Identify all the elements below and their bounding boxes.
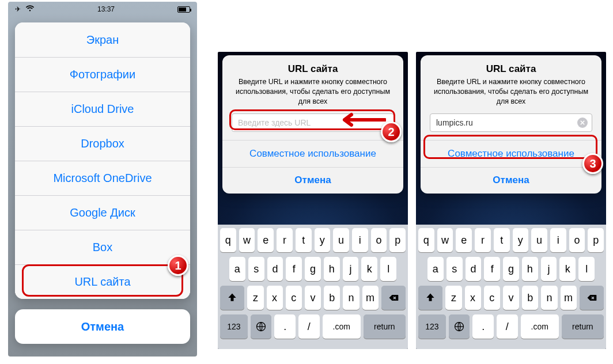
key-y[interactable]: y bbox=[315, 228, 331, 252]
key-v[interactable]: v bbox=[305, 286, 321, 310]
clear-input-icon[interactable] bbox=[577, 117, 588, 128]
key-e[interactable]: e bbox=[258, 228, 274, 252]
key-a[interactable]: a bbox=[229, 257, 245, 281]
key-k[interactable]: k bbox=[361, 257, 377, 281]
key-x[interactable]: x bbox=[267, 286, 283, 310]
key-p[interactable]: p bbox=[389, 228, 406, 252]
key-z[interactable]: z bbox=[247, 286, 263, 310]
url-input[interactable] bbox=[232, 113, 394, 132]
key-u[interactable]: u bbox=[531, 228, 547, 252]
keyboard-row-2: a s d f g h j k l bbox=[220, 257, 406, 281]
key-d[interactable]: d bbox=[267, 257, 283, 281]
key-backspace[interactable] bbox=[381, 286, 406, 310]
key-n[interactable]: n bbox=[343, 286, 359, 310]
key-j[interactable]: j bbox=[343, 257, 359, 281]
step-badge-2: 2 bbox=[381, 122, 402, 142]
wifi-icon bbox=[25, 5, 35, 14]
sheet-item-googledrive[interactable]: Google Диск bbox=[15, 195, 190, 230]
key-b[interactable]: b bbox=[522, 286, 538, 310]
sheet-item-photos[interactable]: Фотографии bbox=[15, 57, 190, 92]
url-input[interactable] bbox=[430, 113, 592, 132]
label: Экран bbox=[86, 33, 119, 47]
panel-action-sheet: ✈ 13:37 Экран Фотографии iCloud Drive Dr… bbox=[8, 2, 197, 357]
key-t[interactable]: t bbox=[494, 228, 510, 252]
key-l[interactable]: l bbox=[380, 257, 396, 281]
key-c[interactable]: c bbox=[286, 286, 302, 310]
key-w[interactable]: w bbox=[437, 228, 453, 252]
key-com[interactable]: .com bbox=[323, 314, 361, 339]
keyboard: q w e r t y u i o p a s d f g h j k l bbox=[218, 225, 408, 349]
key-r[interactable]: r bbox=[277, 228, 293, 252]
key-backspace[interactable] bbox=[580, 286, 604, 310]
key-z[interactable]: z bbox=[445, 286, 461, 310]
sheet-item-icloud[interactable]: iCloud Drive bbox=[15, 92, 190, 126]
key-dot[interactable]: . bbox=[274, 314, 296, 339]
sheet-item-dropbox[interactable]: Dropbox bbox=[15, 126, 190, 161]
key-j[interactable]: j bbox=[541, 257, 557, 281]
key-d[interactable]: d bbox=[466, 257, 482, 281]
label: Google Диск bbox=[70, 206, 135, 219]
key-dot[interactable]: . bbox=[472, 314, 494, 339]
alert-cancel-button[interactable]: Отмена bbox=[222, 167, 403, 194]
alert-cancel-button[interactable]: Отмена bbox=[421, 167, 601, 194]
key-t[interactable]: t bbox=[296, 228, 312, 252]
key-slash[interactable]: / bbox=[298, 314, 320, 339]
key-b[interactable]: b bbox=[324, 286, 340, 310]
key-h[interactable]: h bbox=[324, 257, 340, 281]
key-q[interactable]: q bbox=[418, 228, 434, 252]
key-c[interactable]: c bbox=[484, 286, 500, 310]
key-n[interactable]: n bbox=[541, 286, 557, 310]
key-y[interactable]: y bbox=[513, 228, 529, 252]
key-123[interactable]: 123 bbox=[418, 314, 446, 339]
panel-url-dialog-empty: URL сайта Введите URL и нажмите кнопку с… bbox=[218, 52, 408, 349]
action-sheet: Экран Фотографии iCloud Drive Dropbox Mi… bbox=[15, 22, 190, 299]
key-f[interactable]: f bbox=[286, 257, 302, 281]
key-p[interactable]: p bbox=[588, 228, 604, 252]
key-r[interactable]: r bbox=[475, 228, 491, 252]
key-shift[interactable] bbox=[418, 286, 442, 310]
alert-message: Введите URL и нажмите кнопку совместного… bbox=[430, 77, 592, 107]
key-slash[interactable]: / bbox=[497, 314, 518, 339]
key-x[interactable]: x bbox=[465, 286, 481, 310]
step-badge-3: 3 bbox=[582, 153, 603, 174]
key-a[interactable]: a bbox=[427, 257, 444, 281]
cancel-button[interactable]: Отмена bbox=[15, 309, 190, 344]
sheet-item-screen[interactable]: Экран bbox=[15, 22, 190, 57]
alert-message: Введите URL и нажмите кнопку совместного… bbox=[232, 77, 394, 107]
share-button[interactable]: Совместное использование bbox=[421, 141, 601, 167]
sheet-item-box[interactable]: Box bbox=[15, 230, 190, 264]
key-g[interactable]: g bbox=[503, 257, 519, 281]
key-o[interactable]: o bbox=[569, 228, 585, 252]
label: Microsoft OneDrive bbox=[53, 172, 152, 185]
key-i[interactable]: i bbox=[550, 228, 566, 252]
key-s[interactable]: s bbox=[446, 257, 463, 281]
clock: 13:37 bbox=[97, 5, 115, 13]
key-h[interactable]: h bbox=[522, 257, 538, 281]
key-v[interactable]: v bbox=[503, 286, 519, 310]
step-badge-1: 1 bbox=[168, 255, 188, 276]
key-q[interactable]: q bbox=[220, 228, 236, 252]
key-g[interactable]: g bbox=[305, 257, 321, 281]
key-i[interactable]: i bbox=[352, 228, 368, 252]
key-123[interactable]: 123 bbox=[220, 314, 248, 339]
label: Фотографии bbox=[70, 68, 135, 81]
key-globe[interactable] bbox=[251, 314, 272, 339]
key-o[interactable]: o bbox=[371, 228, 387, 252]
key-e[interactable]: e bbox=[456, 228, 472, 252]
key-globe[interactable] bbox=[449, 314, 470, 339]
key-w[interactable]: w bbox=[239, 228, 255, 252]
key-return[interactable]: return bbox=[364, 314, 406, 339]
key-s[interactable]: s bbox=[248, 257, 264, 281]
sheet-item-onedrive[interactable]: Microsoft OneDrive bbox=[15, 161, 190, 195]
key-return[interactable]: return bbox=[562, 314, 604, 339]
key-l[interactable]: l bbox=[578, 257, 595, 281]
key-shift[interactable] bbox=[220, 286, 244, 310]
key-k[interactable]: k bbox=[559, 257, 576, 281]
key-m[interactable]: m bbox=[561, 286, 577, 310]
sheet-item-url[interactable]: URL сайта bbox=[15, 264, 190, 299]
key-u[interactable]: u bbox=[333, 228, 349, 252]
key-com[interactable]: .com bbox=[521, 314, 559, 339]
key-f[interactable]: f bbox=[484, 257, 500, 281]
key-m[interactable]: m bbox=[362, 286, 379, 310]
share-button[interactable]: Совместное использование bbox=[222, 141, 403, 167]
